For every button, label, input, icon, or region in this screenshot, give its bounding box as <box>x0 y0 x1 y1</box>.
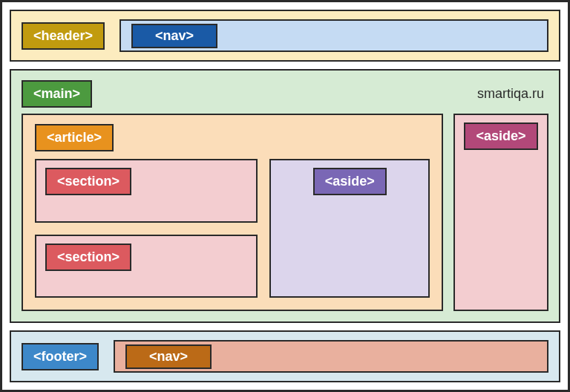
article-region: <article> <section> <section> <aside> <box>22 114 443 311</box>
footer-region: <footer> <nav> <box>10 330 560 382</box>
footer-nav-tag: <nav> <box>125 344 212 369</box>
section-region-1: <section> <box>35 159 258 223</box>
page-frame: <header> <nav> <main> smartiqa.ru <artic… <box>0 0 570 392</box>
article-tag: <article> <box>35 124 114 151</box>
main-region: <main> smartiqa.ru <article> <section> <… <box>10 69 560 323</box>
main-aside-region: <aside> <box>453 114 548 311</box>
watermark: smartiqa.ru <box>477 86 544 102</box>
section-tag-2: <section> <box>45 244 131 271</box>
main-tag: <main> <box>22 80 92 108</box>
header-region: <header> <nav> <box>10 10 560 62</box>
main-aside-tag: <aside> <box>464 122 537 150</box>
header-nav-tag: <nav> <box>131 24 217 48</box>
article-aside-region: <aside> <box>269 159 430 298</box>
footer-nav-region: <nav> <box>114 340 548 373</box>
article-aside-tag: <aside> <box>313 168 387 195</box>
section-tag-1: <section> <box>45 168 131 195</box>
header-nav-region: <nav> <box>119 19 548 52</box>
section-region-2: <section> <box>35 235 258 298</box>
header-tag: <header> <box>22 22 105 50</box>
footer-tag: <footer> <box>22 343 99 370</box>
